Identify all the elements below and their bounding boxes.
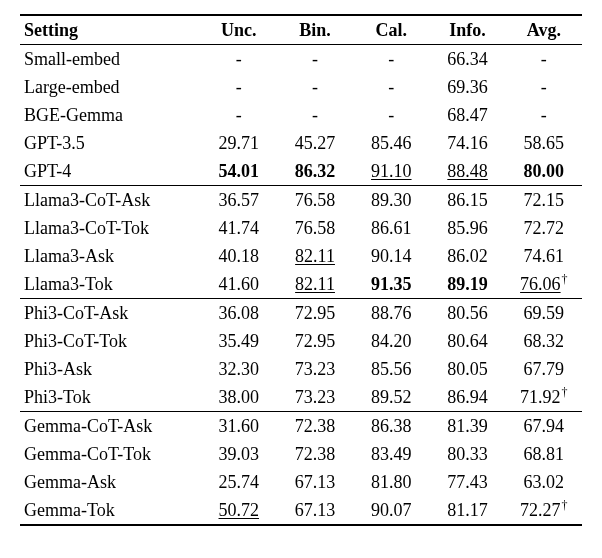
- cell-text: 36.08: [219, 303, 260, 323]
- cell-value: 54.01: [201, 157, 277, 186]
- cell-text: 76.06: [520, 274, 561, 294]
- cell-text: 86.32: [295, 161, 336, 181]
- cell-value: 45.27: [277, 129, 353, 157]
- cell-value: 83.49: [353, 440, 429, 468]
- cell-setting: GPT-3.5: [20, 129, 201, 157]
- cell-value: 35.49: [201, 327, 277, 355]
- table-row: Gemma-CoT-Tok39.0372.3883.4980.3368.81: [20, 440, 582, 468]
- cell-text: 90.07: [371, 500, 412, 520]
- cell-value: 71.92†: [506, 383, 582, 412]
- cell-text: -: [541, 105, 547, 125]
- cell-value: -: [353, 73, 429, 101]
- cell-text: Gemma-CoT-Tok: [24, 444, 151, 464]
- cell-text: 31.60: [219, 416, 260, 436]
- cell-text: -: [541, 49, 547, 69]
- cell-value: 90.07: [353, 496, 429, 525]
- cell-value: 73.23: [277, 355, 353, 383]
- cell-text: Phi3-CoT-Ask: [24, 303, 128, 323]
- cell-value: 80.00: [506, 157, 582, 186]
- cell-value: 76.58: [277, 214, 353, 242]
- cell-text: 77.43: [447, 472, 488, 492]
- cell-value: 85.96: [429, 214, 505, 242]
- table-row: Gemma-Ask25.7467.1381.8077.4363.02: [20, 468, 582, 496]
- cell-value: 41.74: [201, 214, 277, 242]
- cell-text: Llama3-CoT-Ask: [24, 190, 150, 210]
- table-row: Llama3-Tok41.6082.1191.3589.1976.06†: [20, 270, 582, 299]
- cell-value: -: [201, 45, 277, 74]
- cell-value: -: [506, 45, 582, 74]
- cell-text: 50.72: [219, 500, 260, 520]
- cell-value: 86.32: [277, 157, 353, 186]
- table-row: Phi3-Ask32.3073.2385.5680.0567.79: [20, 355, 582, 383]
- table-row: Gemma-CoT-Ask31.6072.3886.3881.3967.94: [20, 412, 582, 441]
- cell-setting: Large-embed: [20, 73, 201, 101]
- cell-text: 66.34: [447, 49, 488, 69]
- cell-text: Gemma-CoT-Ask: [24, 416, 152, 436]
- cell-value: 88.76: [353, 299, 429, 328]
- cell-text: 68.47: [447, 105, 488, 125]
- results-table-container: Setting Unc. Bin. Cal. Info. Avg. Small-…: [0, 0, 602, 540]
- cell-value: 67.94: [506, 412, 582, 441]
- table-row: Phi3-CoT-Tok35.4972.9584.2080.6468.32: [20, 327, 582, 355]
- cell-text: Gemma-Ask: [24, 472, 116, 492]
- cell-text: 29.71: [219, 133, 260, 153]
- cell-value: 82.11: [277, 242, 353, 270]
- cell-value: 50.72: [201, 496, 277, 525]
- table-row: BGE-Gemma---68.47-: [20, 101, 582, 129]
- table-row: GPT-454.0186.3291.1088.4880.00: [20, 157, 582, 186]
- cell-value: 91.35: [353, 270, 429, 299]
- cell-setting: Gemma-Tok: [20, 496, 201, 525]
- cell-text: 74.61: [524, 246, 565, 266]
- cell-value: -: [277, 45, 353, 74]
- cell-value: 90.14: [353, 242, 429, 270]
- cell-text: 36.57: [219, 190, 260, 210]
- cell-text: 38.00: [219, 387, 260, 407]
- col-unc: Unc.: [201, 15, 277, 45]
- cell-text: 81.17: [447, 500, 488, 520]
- cell-text: 81.80: [371, 472, 412, 492]
- cell-text: 82.11: [295, 246, 335, 266]
- cell-text: 80.05: [447, 359, 488, 379]
- cell-setting: Llama3-Tok: [20, 270, 201, 299]
- cell-value: 40.18: [201, 242, 277, 270]
- cell-value: 81.80: [353, 468, 429, 496]
- cell-value: -: [353, 45, 429, 74]
- cell-text: 86.94: [447, 387, 488, 407]
- cell-setting: Small-embed: [20, 45, 201, 74]
- cell-text: 76.58: [295, 218, 336, 238]
- cell-setting: Phi3-Tok: [20, 383, 201, 412]
- cell-value: 89.30: [353, 186, 429, 215]
- cell-value: 72.95: [277, 327, 353, 355]
- cell-text: -: [388, 49, 394, 69]
- table-row: Llama3-CoT-Ask36.5776.5889.3086.1572.15: [20, 186, 582, 215]
- header-row: Setting Unc. Bin. Cal. Info. Avg.: [20, 15, 582, 45]
- cell-value: 29.71: [201, 129, 277, 157]
- cell-text: 68.32: [524, 331, 565, 351]
- cell-text: BGE-Gemma: [24, 105, 123, 125]
- cell-value: 88.48: [429, 157, 505, 186]
- cell-text: 45.27: [295, 133, 336, 153]
- cell-value: 89.19: [429, 270, 505, 299]
- dagger-icon: †: [562, 272, 568, 286]
- cell-value: 68.81: [506, 440, 582, 468]
- cell-text: 85.56: [371, 359, 412, 379]
- cell-text: -: [541, 77, 547, 97]
- cell-value: 39.03: [201, 440, 277, 468]
- cell-text: 69.36: [447, 77, 488, 97]
- cell-setting: Llama3-CoT-Tok: [20, 214, 201, 242]
- cell-text: 86.61: [371, 218, 412, 238]
- cell-value: 36.08: [201, 299, 277, 328]
- cell-value: 25.74: [201, 468, 277, 496]
- cell-text: Small-embed: [24, 49, 120, 69]
- dagger-icon: †: [562, 385, 568, 399]
- table-row: Llama3-CoT-Tok41.7476.5886.6185.9672.72: [20, 214, 582, 242]
- cell-text: 72.95: [295, 331, 336, 351]
- cell-value: -: [277, 73, 353, 101]
- cell-text: Phi3-Ask: [24, 359, 92, 379]
- cell-text: -: [312, 77, 318, 97]
- cell-text: 76.58: [295, 190, 336, 210]
- cell-value: 80.33: [429, 440, 505, 468]
- cell-text: Gemma-Tok: [24, 500, 115, 520]
- cell-text: 69.59: [524, 303, 565, 323]
- cell-value: 73.23: [277, 383, 353, 412]
